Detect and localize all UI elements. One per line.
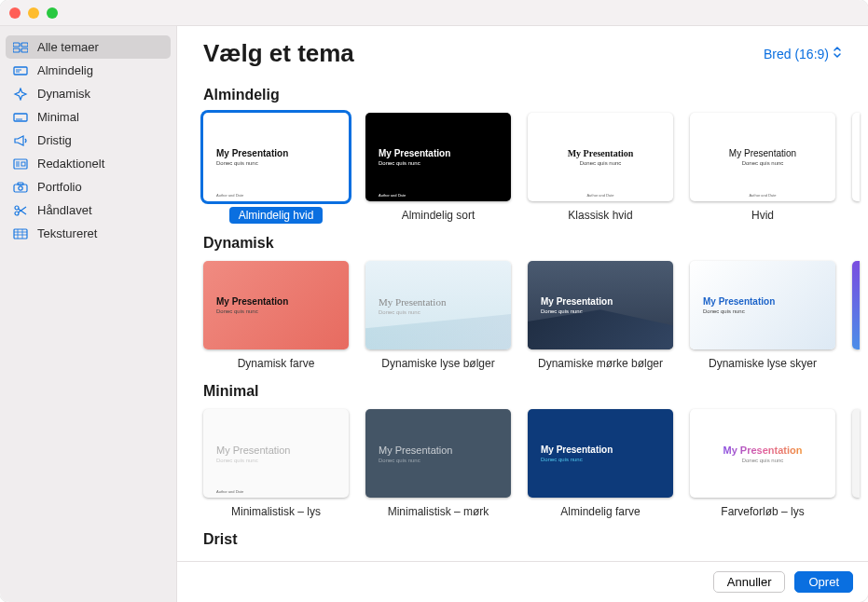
theme-white[interactable]: My PresentationDonec quis nunc Author an… xyxy=(690,113,835,224)
sidebar-item-editorial[interactable]: Redaktionelt xyxy=(0,152,176,175)
camera-icon xyxy=(13,181,28,194)
theme-label: Dynamiske mørke bølger xyxy=(529,355,672,372)
sparkle-icon xyxy=(13,88,28,101)
sidebar-item-label: Dristig xyxy=(37,133,72,147)
theme-thumbnail: My PresentationDonec quis nunc Author an… xyxy=(203,113,349,201)
window-titlebar xyxy=(0,0,868,26)
sidebar: Alle temaer Almindelig Dynamisk Minimal … xyxy=(0,26,177,602)
section-title-minimal: Minimal xyxy=(203,383,868,400)
close-icon[interactable] xyxy=(9,7,21,19)
zoom-icon[interactable] xyxy=(47,7,58,19)
theme-dynamic-light-waves[interactable]: My PresentationDonec quis nunc Dynamiske… xyxy=(365,261,511,372)
sidebar-item-bold[interactable]: Dristig xyxy=(0,129,176,152)
theme-thumbnail: My PresentationDonec quis nunc Author an… xyxy=(203,409,349,498)
footer: Annuller Opret xyxy=(177,561,868,602)
svg-rect-14 xyxy=(14,185,27,192)
theme-dynamic-dark-waves[interactable]: My PresentationDonec quis nunc Dynamiske… xyxy=(528,261,673,372)
grid-icon xyxy=(13,41,28,54)
theme-classic-white[interactable]: My PresentationDonec quis nunc Author an… xyxy=(528,113,673,224)
svg-rect-7 xyxy=(14,114,27,121)
megaphone-icon xyxy=(13,134,28,147)
minimal-icon xyxy=(13,111,28,124)
theme-gradient-light[interactable]: My PresentationDonec quis nunc Farveforl… xyxy=(690,409,835,520)
theme-label: Dynamiske lyse skyer xyxy=(699,355,826,372)
svg-rect-3 xyxy=(21,48,28,52)
newspaper-icon xyxy=(13,157,28,171)
header: Vælg et tema Bred (16:9) xyxy=(177,26,868,75)
svg-rect-2 xyxy=(13,48,20,52)
sidebar-item-label: Dynamisk xyxy=(37,87,90,101)
theme-partial[interactable] xyxy=(852,409,860,498)
section-title-basic: Almindelig xyxy=(203,87,868,103)
theme-basic-color[interactable]: My PresentationDonec quis nunc Almindeli… xyxy=(528,409,673,520)
sidebar-item-minimal[interactable]: Minimal xyxy=(0,105,176,129)
section-title-bold: Drist xyxy=(203,531,868,548)
theme-partial[interactable] xyxy=(852,261,860,349)
theme-gallery: Almindelig My PresentationDonec quis nun… xyxy=(177,75,868,561)
sidebar-item-basic[interactable]: Almindelig xyxy=(0,59,176,82)
theme-minimal-dark[interactable]: My PresentationDonec quis nunc Minimalis… xyxy=(365,409,511,520)
sidebar-item-label: Tekstureret xyxy=(37,226,97,240)
theme-thumbnail: My PresentationDonec quis nunc Author an… xyxy=(690,113,835,201)
section-title-dynamic: Dynamisk xyxy=(203,235,868,252)
scissors-icon xyxy=(13,204,28,217)
page-title: Vælg et tema xyxy=(203,39,354,68)
svg-rect-16 xyxy=(18,183,23,185)
sidebar-item-label: Almindelig xyxy=(37,63,93,77)
theme-label: Minimalistisk – lys xyxy=(222,503,330,520)
theme-thumbnail: My PresentationDonec quis nunc Author an… xyxy=(365,113,511,201)
cancel-button[interactable]: Annuller xyxy=(713,571,786,593)
sidebar-item-portfolio[interactable]: Portfolio xyxy=(0,175,176,198)
theme-thumbnail: My PresentationDonec quis nunc xyxy=(365,261,511,349)
theme-partial[interactable] xyxy=(852,113,860,201)
sidebar-item-textured[interactable]: Tekstureret xyxy=(0,222,176,245)
aspect-label: Bred (16:9) xyxy=(764,47,829,62)
theme-label: Almindelig farve xyxy=(551,503,649,520)
sidebar-item-craft[interactable]: Håndlavet xyxy=(0,198,176,222)
theme-label: Almindelig hvid xyxy=(229,207,324,224)
rectangle-icon xyxy=(13,64,28,77)
sidebar-item-label: Håndlavet xyxy=(37,203,92,217)
theme-label: Hvid xyxy=(742,207,783,224)
theme-thumbnail: My PresentationDonec quis nunc xyxy=(690,409,835,498)
theme-label: Almindelig sort xyxy=(393,207,485,224)
sidebar-item-label: Portfolio xyxy=(37,180,82,194)
theme-dynamic-light-clouds[interactable]: My PresentationDonec quis nunc Dynamiske… xyxy=(690,261,835,372)
chevron-updown-icon xyxy=(833,46,842,62)
theme-thumbnail: My PresentationDonec quis nunc xyxy=(528,409,673,498)
theme-label: Farveforløb – lys xyxy=(711,503,813,520)
svg-rect-21 xyxy=(14,229,27,239)
svg-rect-13 xyxy=(21,162,25,166)
aspect-ratio-dropdown[interactable]: Bred (16:9) xyxy=(764,46,842,62)
theme-thumbnail: My PresentationDonec quis nunc Author an… xyxy=(528,113,673,201)
theme-thumbnail: My PresentationDonec quis nunc xyxy=(365,409,511,498)
sidebar-item-label: Alle temaer xyxy=(37,40,99,54)
theme-label: Klassisk hvid xyxy=(558,207,641,224)
minimize-icon[interactable] xyxy=(28,7,39,19)
sidebar-item-all-themes[interactable]: Alle temaer xyxy=(6,35,171,59)
sidebar-item-dynamic[interactable]: Dynamisk xyxy=(0,82,176,105)
theme-label: Dynamisk farve xyxy=(228,355,324,372)
svg-rect-4 xyxy=(14,67,27,75)
svg-rect-1 xyxy=(21,43,28,47)
svg-rect-0 xyxy=(13,43,20,47)
theme-dynamic-color[interactable]: My PresentationDonec quis nunc Dynamisk … xyxy=(203,261,349,372)
create-button[interactable]: Opret xyxy=(794,571,853,593)
theme-thumbnail: My PresentationDonec quis nunc xyxy=(528,261,673,349)
theme-minimal-light[interactable]: My PresentationDonec quis nunc Author an… xyxy=(203,409,349,520)
sidebar-item-label: Minimal xyxy=(37,110,79,124)
theme-thumbnail: My PresentationDonec quis nunc xyxy=(203,261,349,349)
theme-thumbnail: My PresentationDonec quis nunc xyxy=(690,261,835,349)
svg-point-15 xyxy=(19,185,22,189)
theme-basic-black[interactable]: My PresentationDonec quis nunc Author an… xyxy=(365,113,511,224)
theme-basic-white[interactable]: My PresentationDonec quis nunc Author an… xyxy=(203,113,349,224)
texture-icon xyxy=(13,227,28,240)
sidebar-item-label: Redaktionelt xyxy=(37,157,104,171)
theme-label: Dynamiske lyse bølger xyxy=(372,355,503,372)
theme-label: Minimalistisk – mørk xyxy=(379,503,499,520)
